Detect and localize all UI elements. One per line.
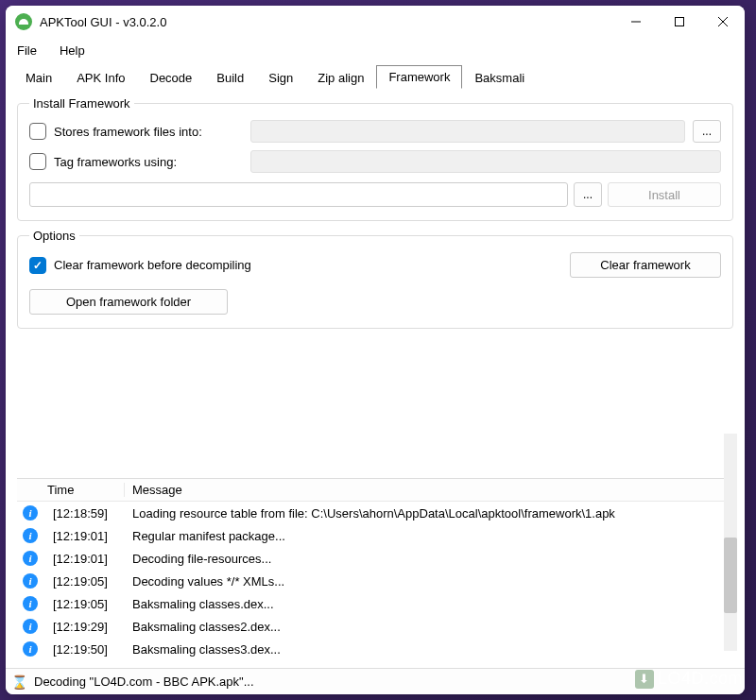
- framework-path-input[interactable]: [29, 182, 568, 207]
- tab-decode[interactable]: Decode: [138, 66, 205, 89]
- titlebar: APKTool GUI - v3.0.2.0: [6, 6, 745, 38]
- log-message: Baksmaling classes3.dex...: [125, 642, 733, 657]
- stores-checkbox[interactable]: [29, 123, 46, 140]
- log-header-time[interactable]: Time: [43, 483, 125, 497]
- log-message: Decoding values */* XMLs...: [125, 574, 733, 589]
- log-time: [12:19:01]: [43, 529, 125, 543]
- close-button[interactable]: [701, 6, 745, 38]
- log-row[interactable]: i[12:19:05]Baksmaling classes.dex...: [17, 592, 733, 615]
- path-row: ... Install: [29, 182, 721, 207]
- install-framework-legend: Install Framework: [29, 96, 134, 111]
- log-scrollbar[interactable]: [724, 434, 737, 651]
- svg-rect-1: [676, 18, 684, 26]
- tab-apk-info[interactable]: APK Info: [64, 66, 137, 89]
- log-row[interactable]: i[12:19:01]Regular manifest package...: [17, 524, 733, 547]
- log-time: [12:19:50]: [43, 642, 125, 657]
- options-legend: Options: [29, 229, 79, 243]
- stores-row: Stores framework files into: ...: [29, 120, 721, 143]
- info-icon: i: [23, 528, 38, 543]
- scroll-thumb[interactable]: [724, 538, 737, 613]
- info-icon: i: [23, 505, 38, 521]
- log-message: Regular manifest package...: [125, 529, 733, 543]
- log-message: Loading resource table from file: C:\Use…: [125, 506, 733, 521]
- menu-help[interactable]: Help: [56, 42, 89, 60]
- hourglass-icon: ⌛: [11, 674, 26, 690]
- clear-framework-button[interactable]: Clear framework: [570, 252, 721, 278]
- clear-before-label: Clear framework before decompiling: [54, 258, 251, 272]
- open-framework-folder-button[interactable]: Open framework folder: [29, 289, 228, 315]
- log-section: Time Message i[12:18:59]Loading resource…: [17, 478, 733, 660]
- info-icon: i: [23, 573, 38, 589]
- log-row[interactable]: i[12:19:01]Decoding file-resources...: [17, 547, 733, 570]
- log-message: Baksmaling classes2.dex...: [125, 620, 733, 634]
- statusbar: ⌛ Decoding "LO4D.com - BBC APK.apk"...: [6, 668, 745, 694]
- tag-label: Tag frameworks using:: [54, 155, 243, 169]
- window-title: APKTool GUI - v3.0.2.0: [40, 15, 614, 29]
- tag-checkbox[interactable]: [29, 153, 46, 170]
- menu-file[interactable]: File: [13, 42, 41, 60]
- log-rows: i[12:18:59]Loading resource table from f…: [17, 502, 733, 660]
- log-row[interactable]: i[12:19:29]Baksmaling classes2.dex...: [17, 615, 733, 638]
- tag-input: [250, 150, 721, 173]
- tab-build[interactable]: Build: [204, 66, 256, 89]
- path-browse-button[interactable]: ...: [574, 182, 602, 207]
- minimize-icon: [631, 17, 641, 26]
- options-row: Clear framework before decompiling Clear…: [29, 252, 721, 278]
- log-message: Baksmaling classes.dex...: [125, 597, 733, 611]
- info-icon: i: [23, 641, 38, 657]
- tab-content: Install Framework Stores framework files…: [6, 89, 745, 668]
- log-header: Time Message: [17, 479, 733, 502]
- install-framework-group: Install Framework Stores framework files…: [17, 96, 733, 221]
- info-icon: i: [23, 619, 38, 634]
- log-row[interactable]: i[12:18:59]Loading resource table from f…: [17, 502, 733, 524]
- install-button: Install: [608, 182, 721, 207]
- info-icon: i: [23, 551, 38, 566]
- log-time: [12:18:59]: [43, 506, 125, 521]
- close-icon: [718, 17, 728, 26]
- app-window: APKTool GUI - v3.0.2.0 File Help Main AP…: [6, 6, 745, 694]
- menubar: File Help: [6, 38, 745, 62]
- tab-sign[interactable]: Sign: [256, 66, 305, 89]
- tabbar: Main APK Info Decode Build Sign Zip alig…: [6, 62, 745, 89]
- log-time: [12:19:05]: [43, 574, 125, 589]
- tab-zip-align[interactable]: Zip align: [305, 66, 376, 89]
- stores-input: [250, 120, 685, 143]
- stores-label: Stores framework files into:: [54, 125, 243, 139]
- clear-before-checkbox[interactable]: [29, 257, 46, 274]
- log-time: [12:19:29]: [43, 620, 125, 634]
- log-time: [12:19:01]: [43, 552, 125, 566]
- log-row[interactable]: i[12:19:50]Baksmaling classes3.dex...: [17, 638, 733, 660]
- app-icon: [15, 13, 32, 30]
- options-group: Options Clear framework before decompili…: [17, 229, 733, 329]
- maximize-button[interactable]: [658, 6, 701, 38]
- info-icon: i: [23, 596, 38, 611]
- window-controls: [614, 6, 745, 38]
- log-time: [12:19:05]: [43, 597, 125, 611]
- tab-baksmali[interactable]: Baksmali: [462, 66, 537, 89]
- log-header-message[interactable]: Message: [125, 483, 733, 497]
- maximize-icon: [675, 17, 684, 26]
- minimize-button[interactable]: [614, 6, 658, 38]
- stores-browse-button[interactable]: ...: [693, 120, 721, 143]
- tab-framework[interactable]: Framework: [376, 65, 462, 89]
- tab-main[interactable]: Main: [13, 66, 64, 89]
- log-message: Decoding file-resources...: [125, 552, 733, 566]
- status-text: Decoding "LO4D.com - BBC APK.apk"...: [34, 674, 254, 689]
- log-row[interactable]: i[12:19:05]Decoding values */* XMLs...: [17, 570, 733, 592]
- tag-row: Tag frameworks using:: [29, 150, 721, 173]
